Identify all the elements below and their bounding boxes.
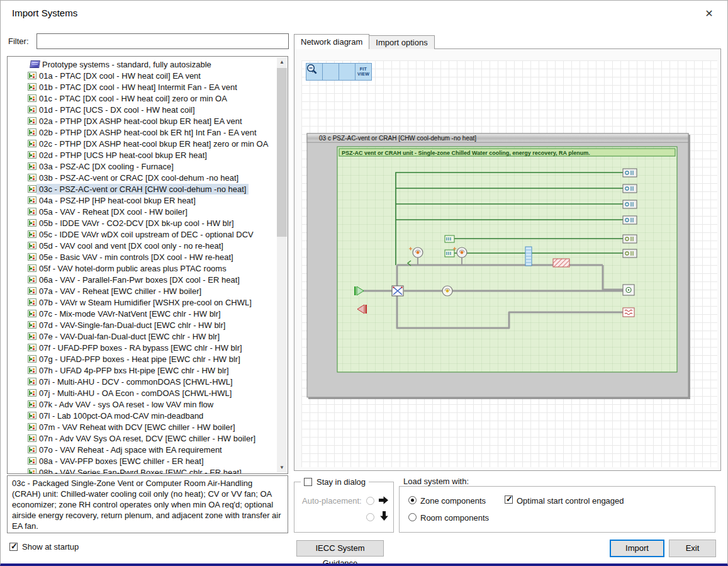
zone-components-label[interactable]: Zone components bbox=[420, 496, 486, 506]
tree-item[interactable]: 07o - VAV Reheat - Adj space with EA req… bbox=[8, 444, 277, 455]
tree-item[interactable]: 02a - PTHP [DX ASHP heat-cool bkup ER he… bbox=[8, 115, 277, 127]
tree-item[interactable]: 03c - PSZ-AC-vent or CRAH [CHW cool-dehu… bbox=[8, 183, 277, 195]
tab-import-options[interactable]: Import options bbox=[369, 35, 434, 49]
tree-item-label: 08b - VAV Series Fan-Pwrd Boxes [EWC chl… bbox=[36, 467, 244, 474]
tree-item[interactable]: 04a - PSZ-HP [HP heat-cool bkup ER heat] bbox=[8, 195, 277, 206]
tree-item[interactable]: 05d - VAV cool and vent [DX cool only - … bbox=[8, 240, 277, 251]
system-icon bbox=[28, 196, 36, 204]
close-icon[interactable]: ✕ bbox=[700, 6, 719, 22]
tree-item[interactable]: 05c - IDDE VAVr wDX coil upstream of DEC… bbox=[8, 229, 277, 240]
tree-item-label: 07f - UFAD-PFP boxes - RA bypass [EWC ch… bbox=[36, 342, 245, 353]
tree-item[interactable]: 02d - PTHP [UCS HP heat-cool bkup ER hea… bbox=[8, 149, 277, 161]
tree-item-label: 01a - PTAC [DX cool - HW heat coil] EA v… bbox=[36, 71, 203, 81]
room-components-label[interactable]: Room components bbox=[420, 513, 489, 523]
tree-item[interactable]: 07i - Multi-AHU - DCV - commonDOAS [CHWL… bbox=[8, 376, 277, 387]
tree-item[interactable]: 07n - Adv VAV Sys OA reset, DCV [EWC chi… bbox=[8, 433, 277, 444]
network-diagram-panel: FIT VIEW bbox=[294, 48, 721, 471]
tree-item[interactable]: 03b - PSZ-AC-vent or CRAC [DX cool-dehum… bbox=[8, 172, 277, 183]
system-icon bbox=[28, 276, 36, 283]
import-button[interactable]: Import bbox=[610, 540, 664, 557]
tree-item-label: 03b - PSZ-AC-vent or CRAC [DX cool-dehum… bbox=[36, 173, 241, 183]
auto-placement-down-radio[interactable] bbox=[366, 513, 374, 521]
tree-item[interactable]: 03a - PSZ-AC [DX cooling - Furnace] bbox=[8, 161, 277, 172]
show-at-startup-checkbox[interactable] bbox=[9, 543, 18, 551]
right-arrow-icon bbox=[378, 495, 389, 506]
tree-item[interactable]: 01c - PTAC [DX cool - HW heat coil] zero… bbox=[8, 93, 277, 104]
stay-in-dialog-row[interactable]: Stay in dialog bbox=[301, 477, 369, 487]
scroll-up-icon[interactable]: ▲ bbox=[277, 57, 287, 67]
tree-item[interactable]: 07c - Mix-mode VAVr-NatVent [EWC chlr - … bbox=[8, 308, 277, 319]
tree-item[interactable]: 05b - IDDE VAVr - CO2-DCV [DX bk-up cool… bbox=[8, 217, 277, 229]
optimal-start-checkbox[interactable] bbox=[505, 495, 513, 504]
damper-icon bbox=[392, 286, 403, 296]
system-icon bbox=[28, 457, 36, 465]
system-icon bbox=[28, 412, 36, 419]
tree-item[interactable]: 07m - VAV Reheat with DCV [EWC chiller -… bbox=[8, 421, 277, 433]
down-arrow-icon bbox=[379, 511, 390, 521]
scroll-down-icon[interactable]: ▼ bbox=[277, 463, 287, 473]
tree-item-label: 03c - PSZ-AC-vent or CRAH [CHW cool-dehu… bbox=[36, 184, 249, 195]
tree-item[interactable]: 05a - VAV - Reheat [DX cool - HW boiler] bbox=[8, 206, 277, 217]
system-icon bbox=[28, 208, 36, 215]
system-icon bbox=[28, 230, 36, 238]
tree-item[interactable]: 01d - PTAC [UCS - DX cool - HW heat coil… bbox=[8, 104, 277, 115]
tree-item[interactable]: 01a - PTAC [DX cool - HW heat coil] EA v… bbox=[8, 70, 277, 81]
system-icon bbox=[28, 332, 36, 340]
tree-item[interactable]: 05e - Basic VAV - min controls [DX cool … bbox=[8, 251, 277, 263]
tree-item[interactable]: 08a - VAV-PFP boxes [EWC chiller - ER he… bbox=[8, 455, 277, 467]
stay-in-dialog-checkbox[interactable] bbox=[304, 478, 312, 486]
system-icon bbox=[28, 400, 36, 408]
tree-item-label: 05d - VAV cool and vent [DX cool only - … bbox=[36, 241, 226, 251]
zone-components-radio[interactable] bbox=[408, 496, 417, 504]
tree-item[interactable]: 07g - UFAD-PFP boxes - Heat pipe [EWC ch… bbox=[8, 353, 277, 365]
tree-item-label: 07e - VAV-Dual-fan-Dual-duct [EWC chlr -… bbox=[36, 331, 222, 342]
tree-item[interactable]: 01b - PTAC [DX cool - HW heat] Intermit … bbox=[8, 81, 277, 93]
title-bar[interactable]: Import Systems ✕ bbox=[1, 1, 727, 26]
system-description: 03c - Packaged Single-Zone Vent or Compu… bbox=[7, 475, 288, 533]
tree-item[interactable]: 07j - Multi-AHU - OA Econ - comDOAS [CHW… bbox=[8, 387, 277, 399]
zoom-out-button[interactable] bbox=[339, 63, 356, 81]
tree-item[interactable]: 06a - VAV - Parallel-Fan-Pwr boxes [DX c… bbox=[8, 274, 277, 285]
tree-item-label: 04a - PSZ-HP [HP heat-cool bkup ER heat] bbox=[36, 195, 198, 206]
tree-item[interactable]: 07l - Lab 100pct-OA mod-CAV min-deadband bbox=[8, 410, 277, 421]
tree-item[interactable]: 08b - VAV Series Fan-Pwrd Boxes [EWC chl… bbox=[8, 467, 277, 473]
room-components-radio[interactable] bbox=[408, 513, 417, 521]
tree-item[interactable]: 02c - PTHP [DX ASHP heat-cool bkup ER he… bbox=[8, 138, 277, 149]
system-icon bbox=[28, 106, 36, 113]
tree-item[interactable]: 07h - UFAD 4p-PFP bxs Ht-pipe [EWC chlr … bbox=[8, 365, 277, 376]
diagram-canvas[interactable]: FIT VIEW bbox=[301, 60, 717, 467]
tree-item-label: 05c - IDDE VAVr wDX coil upstream of DEC… bbox=[36, 229, 256, 240]
tree-item[interactable]: 07e - VAV-Dual-fan-Dual-duct [EWC chlr -… bbox=[8, 331, 277, 342]
tree-item[interactable]: 07a - VAV - Reheat [EWC chiller - HW boi… bbox=[8, 285, 277, 297]
tree-item[interactable]: 07f - UFAD-PFP boxes - RA bypass [EWC ch… bbox=[8, 342, 277, 353]
iecc-guidance-button[interactable]: IECC System Guidance bbox=[296, 540, 384, 557]
tree-item-label: 01b - PTAC [DX cool - HW heat] Intermit … bbox=[36, 82, 240, 93]
tree-item-label: 07h - UFAD 4p-PFP bxs Ht-pipe [EWC chlr … bbox=[36, 365, 232, 376]
show-at-startup-row[interactable]: Show at startup bbox=[9, 542, 79, 552]
zoom-in-button[interactable] bbox=[322, 63, 339, 81]
tree-root-label: Prototype systems - standard, fully auto… bbox=[40, 59, 214, 70]
tree-item[interactable]: 07d - VAV-Single-fan-Dual-duct [EWC chlr… bbox=[8, 319, 277, 331]
tree-item-label: 01c - PTAC [DX cool - HW heat coil] zero… bbox=[36, 93, 230, 104]
exit-button[interactable]: Exit bbox=[669, 540, 716, 557]
zoom-out-icon bbox=[306, 63, 318, 75]
system-icon bbox=[28, 298, 36, 306]
stay-in-dialog-label: Stay in dialog bbox=[316, 477, 366, 487]
tree-root-item[interactable]: Prototype systems - standard, fully auto… bbox=[8, 59, 277, 70]
tree-item[interactable]: 05f - VAV hotel-dorm public areas plus P… bbox=[8, 263, 277, 274]
stay-in-dialog-group bbox=[294, 482, 394, 533]
auto-placement-right-radio[interactable] bbox=[366, 497, 374, 505]
tree-item-label: 05f - VAV hotel-dorm public areas plus P… bbox=[36, 263, 229, 274]
system-icon bbox=[28, 242, 36, 249]
tree-item-label: 05a - VAV - Reheat [DX cool - HW boiler] bbox=[36, 207, 190, 217]
tree-item[interactable]: 07b - VAVr w Steam Humidifier [WSHX pre-… bbox=[8, 297, 277, 308]
tree-scrollbar[interactable]: ▲ ▼ bbox=[277, 57, 287, 473]
tree-item[interactable]: 07k - Adv VAV - sys OA reset - low VAV m… bbox=[8, 399, 277, 410]
tab-network-diagram[interactable]: Network diagram bbox=[294, 34, 369, 49]
tree-item-label: 07c - Mix-mode VAVr-NatVent [EWC chlr - … bbox=[36, 308, 223, 319]
filter-input[interactable] bbox=[36, 33, 289, 49]
fit-view-button[interactable]: FIT VIEW bbox=[355, 63, 372, 81]
optimal-start-label[interactable]: Optimal start control engaged bbox=[517, 496, 624, 506]
tree-item[interactable]: 02b - PTHP [DX ASHP heat-cool bk ER ht] … bbox=[8, 127, 277, 138]
scrollbar-thumb[interactable] bbox=[277, 68, 287, 237]
